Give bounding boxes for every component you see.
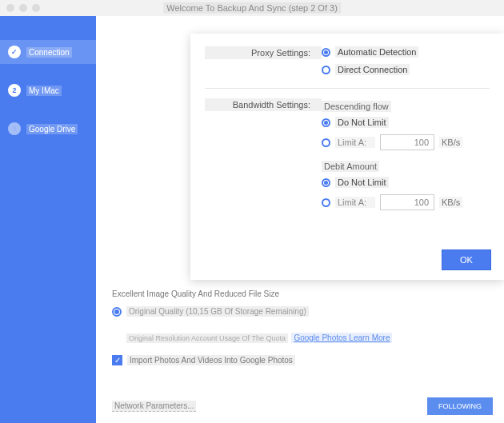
check-icon: ✓ (8, 46, 21, 58)
sidebar-step-imac[interactable]: 2 My IMac (0, 78, 96, 102)
upload-limit-input[interactable] (380, 194, 434, 210)
sidebar: ✓ Connection 2 My IMac 3 Google Drive (0, 16, 96, 423)
download-nolimit-option[interactable]: Do Not Limit (322, 117, 490, 128)
radio-selected-icon (322, 48, 330, 57)
network-parameters-link[interactable]: Network Parameters... (112, 401, 196, 412)
proxy-direct-option[interactable]: Direct Connection (322, 64, 490, 75)
download-unit: KB/s (439, 137, 462, 148)
learn-more-link[interactable]: Google Photos Learn More (291, 333, 392, 343)
content-area: in Google Photos Excellent Image Quality… (96, 16, 504, 423)
minimize-icon[interactable] (19, 4, 27, 12)
step-label: Google Drive (26, 124, 78, 134)
quality-note: Excellent Image Quality And Reduced File… (112, 289, 488, 298)
upload-nolimit-label: Do Not Limit (335, 177, 389, 188)
proxy-auto-label: Automatic Detection (335, 46, 418, 58)
download-limit-option[interactable]: Limit A: KB/s (322, 134, 490, 150)
import-photos-checkbox[interactable]: ✓ Import Photos And Videos Into Google P… (112, 355, 488, 365)
upload-nolimit-option[interactable]: Do Not Limit (322, 177, 490, 188)
download-header: Descending flow (322, 101, 391, 112)
import-photos-label: Import Photos And Videos Into Google Pho… (127, 355, 295, 365)
sidebar-step-drive[interactable]: 3 Google Drive (0, 117, 96, 141)
step-number-icon: 3 (8, 122, 21, 135)
titlebar: Welcome To Backup And Sync (step 2 Of 3) (0, 0, 504, 16)
window-controls (6, 4, 40, 12)
original-quality-option[interactable]: Original Quality (10,15 GB Of Storage Re… (112, 306, 488, 317)
original-quality-label: Original Quality (10,15 GB Of Storage Re… (126, 306, 309, 317)
radio-icon (322, 66, 330, 74)
proxy-direct-label: Direct Connection (335, 64, 410, 75)
window-title: Welcome To Backup And Sync (step 2 Of 3) (163, 2, 341, 14)
upload-header: Debit Amount (322, 161, 379, 172)
radio-selected-icon (112, 307, 122, 317)
step-number-icon: 2 (8, 84, 21, 97)
radio-selected-icon (322, 118, 330, 127)
upload-limit-option[interactable]: Limit A: KB/s (322, 194, 490, 210)
sidebar-step-connection[interactable]: ✓ Connection (0, 40, 96, 64)
step-label: My IMac (26, 86, 62, 96)
network-settings-dialog: Proxy Settings: Automatic Detection Dire… (190, 34, 504, 280)
proxy-auto-option[interactable]: Automatic Detection (322, 46, 490, 58)
following-button[interactable]: FOLLOWING (427, 397, 493, 415)
zoom-icon[interactable] (32, 4, 40, 12)
upload-unit: KB/s (439, 197, 462, 208)
radio-icon (322, 198, 330, 207)
original-quality-sublabel: Original Resolution Account Usage Of The… (126, 333, 288, 343)
close-icon[interactable] (6, 4, 14, 12)
radio-icon (322, 138, 330, 147)
proxy-settings-label: Proxy Settings: (205, 46, 322, 59)
radio-selected-icon (322, 178, 330, 187)
download-nolimit-label: Do Not Limit (335, 117, 389, 128)
bandwidth-settings-label: Bandwidth Settings: (205, 98, 322, 111)
download-limit-input[interactable] (380, 134, 434, 150)
step-label: Connection (26, 47, 72, 58)
checkbox-checked-icon: ✓ (112, 355, 122, 365)
ok-button[interactable]: OK (442, 249, 491, 270)
upload-limit-label: Limit A: (335, 197, 375, 208)
divider (205, 88, 490, 89)
download-limit-label: Limit A: (335, 137, 375, 148)
